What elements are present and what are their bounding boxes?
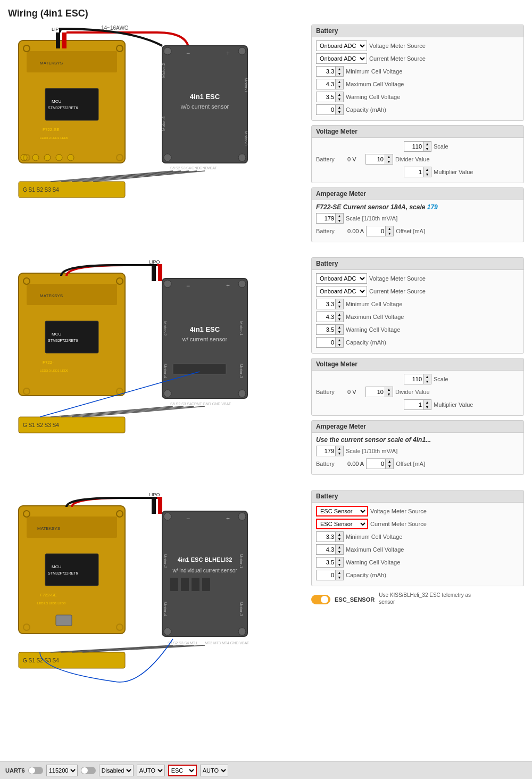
max-cell-up-2[interactable]: ▲ — [336, 312, 343, 317]
vm-scale-up-1[interactable]: ▲ — [423, 142, 431, 146]
vm-scale-input-1[interactable] — [404, 142, 423, 151]
warn-cell-input-3[interactable] — [317, 557, 335, 567]
vm-scale-input-2[interactable] — [404, 374, 423, 384]
vm-divider-input-2[interactable] — [366, 387, 385, 397]
vm-multiplier-spinbox-1[interactable]: ▲ ▼ — [404, 167, 431, 177]
am-scale-input-2[interactable] — [317, 446, 335, 456]
am-offset-up-2[interactable]: ▲ — [386, 459, 393, 464]
vm-divider-up-1[interactable]: ▲ — [385, 154, 393, 159]
baud-select[interactable]: 115200 — [46, 765, 78, 776]
am-scale-spinbox-1[interactable]: ▲ ▼ — [316, 213, 344, 224]
vm-divider-spinbox-1[interactable]: ▲ ▼ — [365, 154, 393, 165]
capacity-input-1[interactable] — [317, 105, 335, 114]
min-cell-down-1[interactable]: ▼ — [336, 71, 343, 76]
am-offset-spinbox-2[interactable]: ▲ ▼ — [366, 458, 394, 469]
vm-scale-spinbox-1[interactable]: ▲ ▼ — [404, 141, 431, 152]
current-source-select-3[interactable]: ESC Sensor Onboard ADC — [316, 519, 368, 529]
esc-sensor-toggle[interactable] — [311, 595, 330, 604]
capacity-input-2[interactable] — [317, 338, 335, 347]
vm-divider-up-2[interactable]: ▲ — [385, 387, 393, 392]
min-cell-input-1[interactable] — [317, 67, 335, 76]
capacity-input-3[interactable] — [317, 570, 335, 580]
esc-select[interactable]: ESC SBUS — [168, 765, 197, 776]
min-cell-input-3[interactable] — [317, 532, 335, 542]
min-cell-spinbox-2[interactable]: ▲ ▼ — [316, 299, 344, 309]
min-cell-up-3[interactable]: ▲ — [336, 532, 343, 537]
max-cell-down-3[interactable]: ▼ — [336, 550, 343, 554]
vm-multiplier-input-2[interactable] — [404, 400, 423, 409]
max-cell-up-1[interactable]: ▲ — [336, 79, 343, 84]
max-cell-spinbox-1[interactable]: ▲ ▼ — [316, 79, 344, 89]
capacity-spinbox-3[interactable]: ▲ ▼ — [316, 570, 344, 580]
am-scale-up-2[interactable]: ▲ — [336, 446, 343, 451]
disabled-select[interactable]: Disabled Enabled — [99, 765, 134, 776]
vm-scale-down-1[interactable]: ▼ — [423, 146, 431, 151]
min-cell-down-3[interactable]: ▼ — [336, 537, 343, 542]
vm-scale-up-2[interactable]: ▲ — [423, 374, 431, 379]
warn-cell-down-3[interactable]: ▼ — [336, 562, 343, 567]
vm-multiplier-up-2[interactable]: ▲ — [423, 400, 431, 405]
warn-cell-spinbox-2[interactable]: ▲ ▼ — [316, 324, 344, 335]
min-cell-up-1[interactable]: ▲ — [336, 67, 343, 71]
min-cell-input-2[interactable] — [317, 299, 335, 309]
capacity-up-3[interactable]: ▲ — [336, 570, 343, 575]
vm-multiplier-down-2[interactable]: ▼ — [423, 405, 431, 409]
capacity-down-3[interactable]: ▼ — [336, 575, 343, 580]
am-scale-down-2[interactable]: ▼ — [336, 451, 343, 456]
warn-cell-spinbox-3[interactable]: ▲ ▼ — [316, 557, 344, 568]
am-offset-down-1[interactable]: ▼ — [386, 231, 393, 236]
vm-multiplier-spinbox-2[interactable]: ▲ ▼ — [404, 399, 431, 410]
max-cell-spinbox-3[interactable]: ▲ ▼ — [316, 544, 344, 555]
vm-multiplier-down-1[interactable]: ▼ — [423, 172, 431, 177]
current-source-select-2[interactable]: Onboard ADC ESC Sensor — [316, 286, 367, 297]
warn-cell-input-1[interactable] — [317, 92, 335, 102]
option-toggle[interactable] — [81, 767, 96, 774]
warn-cell-up-3[interactable]: ▲ — [336, 557, 343, 562]
warn-cell-down-2[interactable]: ▼ — [336, 330, 343, 334]
am-offset-spinbox-1[interactable]: ▲ ▼ — [366, 226, 394, 236]
am-offset-input-2[interactable] — [367, 459, 385, 469]
vm-multiplier-up-1[interactable]: ▲ — [423, 167, 431, 172]
warn-cell-up-2[interactable]: ▲ — [336, 325, 343, 330]
capacity-up-2[interactable]: ▲ — [336, 338, 343, 342]
capacity-spinbox-2[interactable]: ▲ ▼ — [316, 337, 344, 348]
min-cell-up-2[interactable]: ▲ — [336, 299, 343, 304]
auto-select-2[interactable]: AUTO — [200, 765, 228, 776]
voltage-source-select-1[interactable]: Onboard ADC ESC Sensor — [316, 40, 367, 51]
am-offset-input-1[interactable] — [367, 226, 385, 236]
capacity-up-1[interactable]: ▲ — [336, 105, 343, 110]
am-scale-down-1[interactable]: ▼ — [336, 218, 343, 223]
max-cell-down-2[interactable]: ▼ — [336, 317, 343, 322]
min-cell-spinbox-1[interactable]: ▲ ▼ — [316, 66, 344, 77]
auto-select-1[interactable]: AUTO — [137, 765, 165, 776]
max-cell-input-3[interactable] — [317, 545, 335, 554]
vm-scale-spinbox-2[interactable]: ▲ ▼ — [404, 374, 431, 384]
capacity-down-2[interactable]: ▼ — [336, 342, 343, 347]
vm-divider-spinbox-2[interactable]: ▲ ▼ — [365, 387, 393, 397]
capacity-spinbox-1[interactable]: ▲ ▼ — [316, 104, 344, 115]
am-offset-up-1[interactable]: ▲ — [386, 226, 393, 231]
vm-multiplier-input-1[interactable] — [404, 167, 423, 177]
warn-cell-input-2[interactable] — [317, 325, 335, 334]
warn-cell-up-1[interactable]: ▲ — [336, 92, 343, 97]
current-source-select-1[interactable]: Onboard ADC ESC Sensor — [316, 53, 367, 64]
max-cell-input-2[interactable] — [317, 312, 335, 322]
max-cell-up-3[interactable]: ▲ — [336, 545, 343, 550]
am-scale-spinbox-2[interactable]: ▲ ▼ — [316, 446, 344, 456]
uart-toggle[interactable] — [28, 767, 43, 774]
max-cell-input-1[interactable] — [317, 79, 335, 89]
max-cell-down-1[interactable]: ▼ — [336, 84, 343, 89]
voltage-source-select-2[interactable]: Onboard ADC ESC Sensor — [316, 273, 367, 284]
min-cell-down-2[interactable]: ▼ — [336, 304, 343, 309]
am-scale-input-1[interactable] — [317, 214, 335, 223]
vm-divider-down-1[interactable]: ▼ — [385, 159, 393, 164]
voltage-source-select-3[interactable]: ESC Sensor Onboard ADC — [316, 506, 368, 516]
vm-divider-input-1[interactable] — [366, 154, 385, 164]
min-cell-spinbox-3[interactable]: ▲ ▼ — [316, 531, 344, 542]
am-scale-up-1[interactable]: ▲ — [336, 214, 343, 218]
vm-scale-down-2[interactable]: ▼ — [423, 379, 431, 384]
warn-cell-down-1[interactable]: ▼ — [336, 97, 343, 102]
max-cell-spinbox-2[interactable]: ▲ ▼ — [316, 311, 344, 322]
am-offset-down-2[interactable]: ▼ — [386, 464, 393, 469]
vm-divider-down-2[interactable]: ▼ — [385, 392, 393, 397]
